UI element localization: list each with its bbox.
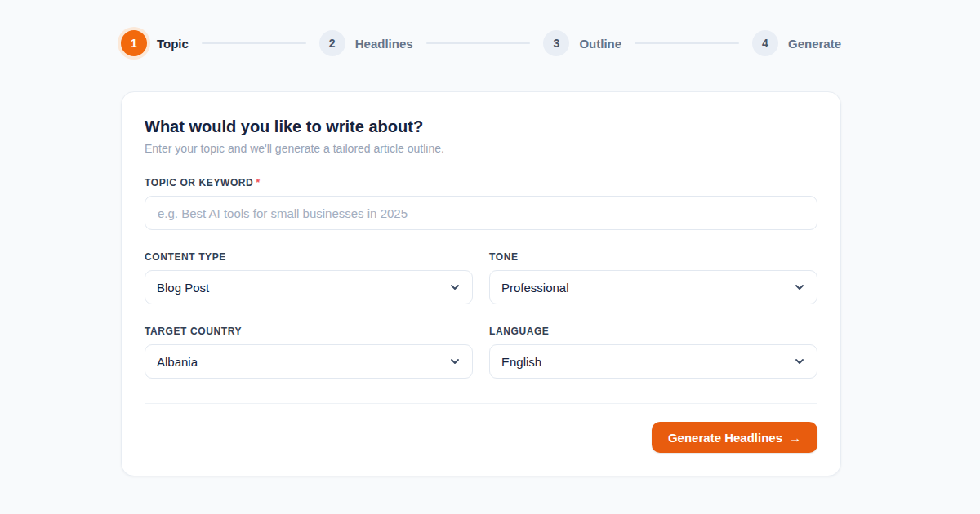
step-2-label: Headlines: [355, 37, 413, 51]
step-generate[interactable]: 4 Generate: [752, 30, 841, 56]
step-4-label: Generate: [788, 37, 841, 51]
card-subtitle: Enter your topic and we'll generate a ta…: [145, 142, 817, 156]
generate-headlines-button[interactable]: Generate Headlines →: [652, 422, 817, 453]
topic-keyword-label: TOPIC OR KEYWORD*: [145, 177, 817, 188]
step-1-number: 1: [131, 37, 137, 50]
required-marker: *: [256, 177, 260, 188]
generate-headlines-label: Generate Headlines: [668, 431, 782, 445]
arrow-right-icon: →: [789, 431, 801, 445]
language-label: LANGUAGE: [489, 326, 817, 337]
content-type-field: CONTENT TYPE Blog Post: [145, 230, 473, 304]
step-1-circle: 1: [121, 30, 147, 56]
card-title: What would you like to write about?: [145, 117, 817, 136]
language-field: LANGUAGE English: [489, 304, 817, 379]
wizard-stepper: 1 Topic 2 Headlines 3 Outline 4 Generate: [121, 27, 841, 60]
main-content: 1 Topic 2 Headlines 3 Outline 4 Generate: [121, 27, 841, 476]
tone-select[interactable]: Professional: [489, 270, 817, 304]
topic-form-card: What would you like to write about? Ente…: [121, 91, 841, 476]
target-country-value: Albania: [157, 355, 198, 369]
chevron-down-icon: [794, 356, 805, 367]
step-4-number: 4: [762, 37, 768, 50]
card-actions: Generate Headlines →: [145, 422, 817, 453]
step-3-circle: 3: [543, 30, 569, 56]
topic-input[interactable]: [145, 196, 817, 230]
content-type-label: CONTENT TYPE: [145, 251, 473, 263]
chevron-down-icon: [449, 356, 461, 367]
chevron-down-icon: [449, 281, 461, 293]
step-3-number: 3: [554, 37, 560, 50]
tone-field: TONE Professional: [489, 230, 817, 304]
target-country-field: TARGET COUNTRY Albania: [145, 304, 473, 379]
step-topic[interactable]: 1 Topic: [121, 30, 189, 56]
selects-grid: CONTENT TYPE Blog Post TONE Professional…: [145, 230, 817, 379]
language-value: English: [501, 355, 541, 369]
tone-value: Professional: [501, 281, 569, 295]
content-type-value: Blog Post: [157, 281, 209, 295]
step-1-label: Topic: [157, 37, 189, 51]
step-outline[interactable]: 3 Outline: [543, 30, 621, 56]
language-select[interactable]: English: [489, 344, 817, 379]
stepper-connector: [202, 42, 306, 44]
step-4-circle: 4: [752, 30, 778, 56]
stepper-connector: [426, 42, 531, 44]
content-type-select[interactable]: Blog Post: [145, 270, 473, 304]
topic-keyword-label-text: TOPIC OR KEYWORD: [145, 177, 253, 188]
target-country-label: TARGET COUNTRY: [145, 326, 473, 337]
chevron-down-icon: [794, 281, 805, 293]
step-2-circle: 2: [319, 30, 345, 56]
footer-divider: [145, 403, 817, 404]
step-2-number: 2: [329, 37, 336, 50]
stepper-connector: [635, 42, 739, 44]
target-country-select[interactable]: Albania: [145, 344, 473, 379]
step-headlines[interactable]: 2 Headlines: [319, 30, 413, 56]
step-3-label: Outline: [579, 37, 621, 51]
tone-label: TONE: [489, 251, 817, 263]
